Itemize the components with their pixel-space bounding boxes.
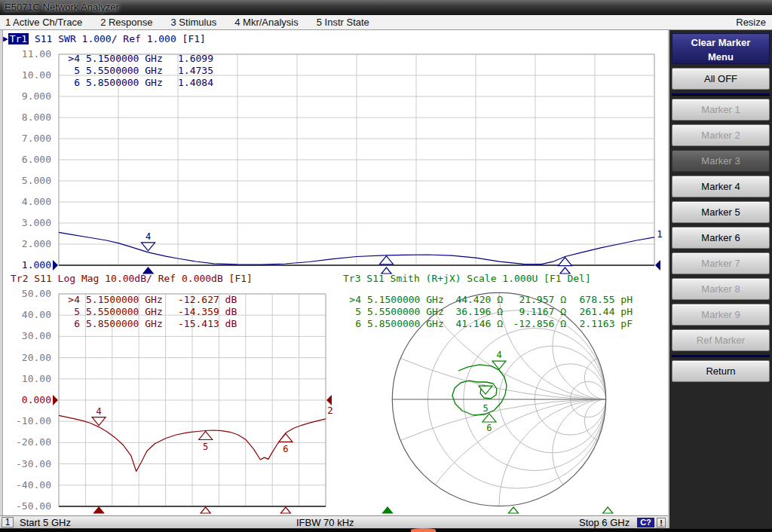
window-left-frame [0,30,3,528]
marker-table-row: 65.8500000 GHz1.4084 [62,77,213,89]
menu-item-1-active-ch-trace[interactable]: 1 Active Ch/Trace [5,17,82,28]
y-tick-label: -40.00 [2,479,51,491]
status-bar: 1 Start 5 GHz IFBW 70 kHz Stop 6 GHz C? … [0,515,668,528]
softkey-ref-marker: Ref Marker [672,329,770,351]
marker-table-cell: 5 [343,306,361,318]
alert-indicator: ! [657,518,666,527]
marker-table-cell: -14.359 dB [178,306,237,318]
softkey-marker-4[interactable]: Marker 4 [672,176,770,197]
marker-table-cell: 5.1500000 GHz [86,53,169,65]
y-tick-label: 5.000 [2,175,51,186]
y-tick-label: 50.00 [2,288,51,299]
menu-bar: 1 Active Ch/Trace2 Response3 Stimulus4 M… [0,15,772,30]
marker-table-cell: 5.5500000 GHz [367,306,450,318]
y-tick-label: 40.00 [2,309,51,320]
marker-table-row: >45.1500000 GHz-12.627 dB [62,294,237,306]
y-tick-label: 6.000 [2,154,51,165]
marker-table-cell: 2.1163 pF [569,318,633,330]
marker-table-cell: 5.1500000 GHz [86,294,169,306]
marker-table-cell: 6 [62,318,80,330]
y-tick-label: -20.00 [2,436,51,448]
tr3-header: Tr3 S11 Smith (R+jX) Scale 1.000U [F1 De… [343,273,591,284]
y-tick-label: 30.00 [2,330,51,341]
y-tick-label: 1.000 [2,259,51,271]
softkey-menu-title-line1: Clear Marker [672,35,769,50]
start-frequency-label: Start 5 GHz [20,516,71,529]
y-tick-label: 3.000 [2,217,51,228]
marker-table-cell: 5.8500000 GHz [86,318,169,330]
marker-table-cell: 5 [62,306,80,318]
instrument-screen: E5071C Network Analyzer 1 Active Ch/Trac… [0,0,772,532]
softkey-marker-1: Marker 1 [672,99,770,121]
calibration-status-badge: C? [637,518,654,527]
tr1-header-text: S11 SWR 1.000/ Ref 1.000 [F1] [29,33,206,44]
marker-table-cell: 5.8500000 GHz [367,318,450,330]
marker-table-cell: 678.55 pH [569,294,633,306]
window-title: E5071C Network Analyzer [0,0,772,15]
marker-table-cell: >4 [343,294,361,306]
marker-table-cell: 5 [62,65,80,77]
y-tick-label: 7.000 [2,133,51,144]
marker-table-cell: 21.957 Ω [506,294,566,306]
menu-item-resize[interactable]: Resize [736,17,772,28]
menu-item-2-response[interactable]: 2 Response [100,17,152,28]
softkey-marker-6[interactable]: Marker 6 [672,227,770,249]
menu-item-3-stimulus[interactable]: 3 Stimulus [171,17,217,28]
marker-table-row: 65.8500000 GHz-15.413 dB [62,318,237,330]
softkey-all-off[interactable]: All OFF [672,68,770,90]
menu-item-5-instr-state[interactable]: 5 Instr State [317,17,369,28]
y-tick-label: 2.000 [2,238,51,249]
y-tick-label: 10.00 [2,373,51,384]
marker-table-cell: -15.413 dB [178,318,237,330]
menu-item-4-mkr-analysis[interactable]: 4 Mkr/Analysis [234,17,299,28]
stop-frequency-label: Stop 6 GHz [579,516,630,529]
marker-table-cell: -12.627 dB [178,294,237,306]
softkey-marker-2: Marker 2 [672,124,770,146]
y-tick-label: -10.00 [2,415,51,427]
y-tick-label: 11.00 [2,48,51,60]
marker-table-cell: 5.1500000 GHz [367,294,450,306]
tr1-badge: Tr1 [8,33,29,44]
tr1-header: ▶Tr1 S11 SWR 1.000/ Ref 1.000 [F1] [3,33,206,44]
y-tick-label: -30.00 [2,458,51,469]
softkey-marker-3[interactable]: Marker 3 [672,150,770,172]
marker-table-cell: 1.4084 [178,77,213,89]
marker-table-cell: -12.856 Ω [506,318,566,330]
softkey-menu-title-line2: Menu [672,50,769,64]
marker-table-cell: 5.5500000 GHz [86,306,169,318]
menu-items: 1 Active Ch/Trace2 Response3 Stimulus4 M… [0,17,736,28]
softkey-separator [672,355,770,356]
channel-number-box: 1 [2,517,14,527]
softkey-return[interactable]: Return [672,360,770,382]
y-tick-label: 9.000 [2,90,51,102]
marker-table-cell: 6 [62,77,80,89]
marker-table-cell: 1.6099 [178,53,213,65]
softkey-marker-7: Marker 7 [672,252,770,274]
y-tick-label: 4.000 [2,196,51,207]
marker-table-row: 55.5500000 GHz1.4735 [62,65,213,77]
tr3-marker-table: >45.1500000 GHz44.420 Ω21.957 Ω678.55 pH… [343,294,633,330]
y-tick-label: 0.000 [2,394,51,405]
marker-table-cell: 41.146 Ω [453,318,503,330]
marker-table-cell: 1.4735 [178,65,213,77]
marker-table-row: 55.5500000 GHz-14.359 dB [62,306,237,318]
marker-table-cell: 9.1167 Ω [506,306,566,318]
softkey-sidebar: Clear Marker Menu All OFFMarker 1Marker … [668,30,772,528]
softkey-buttons: All OFFMarker 1Marker 2Marker 3Marker 4M… [672,68,770,382]
marker-table-row: 65.8500000 GHz41.146 Ω-12.856 Ω2.1163 pF [343,318,633,330]
softkey-marker-9: Marker 9 [672,304,770,326]
y-tick-label: 10.00 [2,69,51,81]
tr1-marker-table: >45.1500000 GHz1.609955.5500000 GHz1.473… [62,53,213,89]
y-tick-label: 20.00 [2,352,51,363]
marker-table-cell: 5.5500000 GHz [86,65,169,77]
tr2-header: Tr2 S11 Log Mag 10.00dB/ Ref 0.000dB [F1… [11,273,253,284]
marker-table-cell: 6 [343,318,361,330]
marker-table-cell: >4 [62,53,80,65]
softkey-marker-5[interactable]: Marker 5 [672,201,770,223]
marker-table-cell: 44.420 Ω [453,294,503,306]
marker-table-cell: 36.196 Ω [453,306,503,318]
pointer-blob [411,528,436,532]
y-tick-label: 8.000 [2,112,51,123]
marker-table-row: 55.5500000 GHz36.196 Ω9.1167 Ω261.44 pH [343,306,633,318]
marker-table-row: >45.1500000 GHz44.420 Ω21.957 Ω678.55 pH [343,294,633,306]
